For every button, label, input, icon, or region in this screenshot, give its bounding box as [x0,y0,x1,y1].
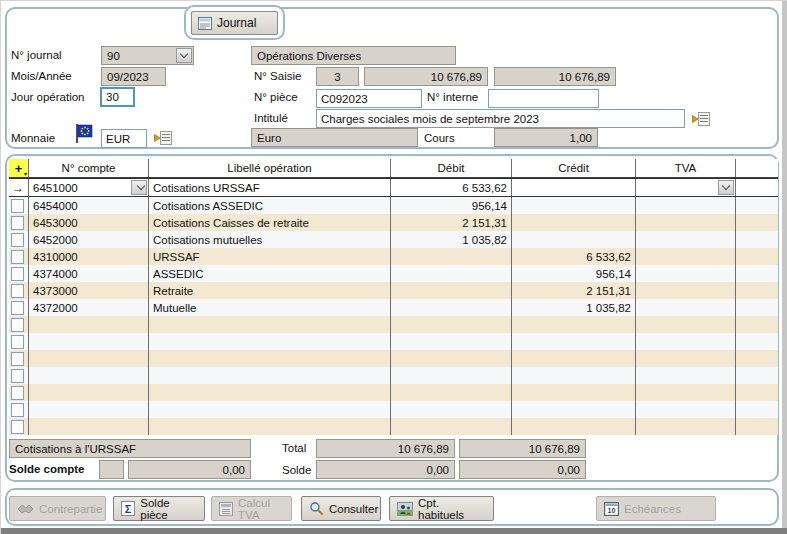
row-select-box[interactable] [11,369,24,383]
cell-compte[interactable] [29,350,149,367]
n-piece-input[interactable] [316,89,422,108]
cell-debit[interactable] [391,316,512,333]
table-row[interactable] [9,333,778,350]
cell-libelle[interactable]: Cotisations URSSAF [149,179,391,196]
cell-credit[interactable] [512,418,636,435]
cell-tva[interactable] [636,316,736,333]
cell-libelle[interactable]: URSSAF [149,248,391,265]
table-row[interactable] [9,384,778,401]
row-select-box[interactable] [11,301,24,315]
row-selector-cell[interactable] [9,384,29,401]
cell-libelle[interactable]: Mutuelle [149,299,391,316]
cell-compte[interactable] [29,367,149,384]
cell-credit[interactable] [512,384,636,401]
cell-libelle[interactable]: Retraite [149,282,391,299]
row-selector-cell[interactable] [9,401,29,418]
row-select-box[interactable] [11,284,24,298]
cell-debit[interactable] [391,299,512,316]
row-selector-cell[interactable] [9,231,29,248]
chevron-down-icon[interactable] [176,48,192,63]
cell-compte[interactable] [29,333,149,350]
contrepartie-button[interactable]: Contrepartie [9,496,106,521]
table-row[interactable]: 4373000Retraite2 151,31 [9,282,778,299]
chevron-down-icon[interactable] [718,180,734,195]
table-row[interactable] [9,401,778,418]
cell-libelle[interactable] [149,401,391,418]
journal-tab-button[interactable]: Journal [191,11,278,35]
consulter-button[interactable]: Consulter [301,496,381,521]
row-select-box[interactable] [11,386,24,400]
cell-compte[interactable]: 4372000 [29,299,149,316]
cell-libelle[interactable]: Cotisations mutuelles [149,231,391,248]
row-selector-cell[interactable] [9,265,29,282]
cell-credit[interactable] [512,350,636,367]
row-select-box[interactable] [11,352,24,366]
cell-debit[interactable] [391,248,512,265]
cell-compte[interactable]: 6453000 [29,214,149,231]
jour-operation-input[interactable] [100,87,135,107]
cell-credit[interactable] [512,367,636,384]
table-row[interactable]: 4372000Mutuelle1 035,82 [9,299,778,316]
row-select-box[interactable] [11,216,24,230]
cell-tva[interactable] [636,350,736,367]
cell-tva[interactable] [636,418,736,435]
cell-compte[interactable]: 4373000 [29,282,149,299]
n-interne-input[interactable] [488,89,599,108]
cell-debit[interactable] [391,418,512,435]
row-selector-cell[interactable] [9,299,29,316]
echeances-button[interactable]: 10 Echéances [596,496,716,521]
row-selector-cell[interactable] [9,214,29,231]
cell-libelle[interactable] [149,367,391,384]
calcul-tva-button[interactable]: Calcul TVA [211,496,292,521]
cell-libelle[interactable] [149,350,391,367]
cell-libelle[interactable] [149,384,391,401]
cell-tva[interactable] [636,179,736,196]
add-row-icon[interactable]: +▾ [9,159,29,177]
table-row[interactable] [9,316,778,333]
row-selector-cell[interactable] [9,350,29,367]
cell-credit[interactable] [512,179,636,196]
cell-compte[interactable]: 6451000 [29,179,149,196]
cell-tva[interactable] [636,333,736,350]
cell-debit[interactable] [391,265,512,282]
cell-debit[interactable]: 1 035,82 [391,231,512,248]
cell-debit[interactable] [391,384,512,401]
monnaie-input[interactable] [101,129,147,148]
table-row[interactable] [9,350,778,367]
cell-tva[interactable] [636,248,736,265]
cell-debit[interactable]: 956,14 [391,197,512,214]
cell-credit[interactable] [512,333,636,350]
cell-compte[interactable]: 4374000 [29,265,149,282]
cell-credit[interactable] [512,316,636,333]
row-selector-cell[interactable] [9,316,29,333]
journal-number-select[interactable]: 90 [101,46,194,65]
cell-compte[interactable] [29,418,149,435]
row-select-box[interactable] [11,267,24,281]
row-select-box[interactable] [11,250,24,264]
chevron-down-icon[interactable] [131,180,147,195]
cell-debit[interactable]: 6 533,62 [391,179,512,196]
cell-debit[interactable] [391,367,512,384]
cell-credit[interactable]: 2 151,31 [512,282,636,299]
cell-credit[interactable] [512,214,636,231]
cell-debit[interactable] [391,282,512,299]
cell-credit[interactable] [512,197,636,214]
cell-debit[interactable] [391,401,512,418]
row-selector-cell[interactable]: → [9,179,29,196]
cell-tva[interactable] [636,282,736,299]
cell-debit[interactable] [391,333,512,350]
row-select-box[interactable] [11,318,24,332]
cell-tva[interactable] [636,197,736,214]
lookup-list-icon[interactable] [692,112,710,126]
table-row[interactable]: 6454000Cotisations ASSEDIC956,14 [9,197,778,214]
cell-tva[interactable] [636,384,736,401]
cell-tva[interactable] [636,214,736,231]
table-row[interactable]: 4310000URSSAF6 533,62 [9,248,778,265]
row-select-box[interactable] [11,403,24,417]
row-select-box[interactable] [11,420,24,434]
row-selector-cell[interactable] [9,418,29,435]
cell-credit[interactable]: 956,14 [512,265,636,282]
table-row[interactable]: 6452000Cotisations mutuelles1 035,82 [9,231,778,248]
row-select-box[interactable] [11,199,24,213]
row-selector-cell[interactable] [9,367,29,384]
